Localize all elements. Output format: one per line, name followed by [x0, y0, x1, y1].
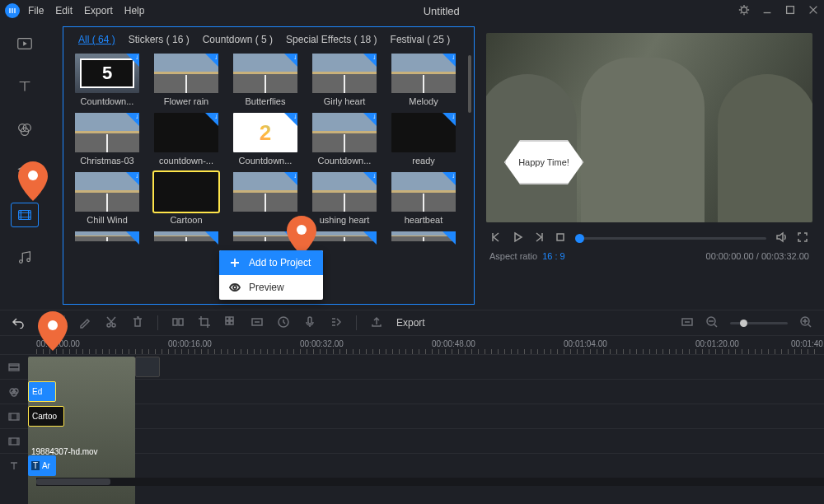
prev-frame-icon[interactable] [489, 231, 503, 246]
svg-point-11 [112, 324, 115, 327]
element-track[interactable]: Cartoo [0, 404, 824, 428]
next-frame-icon[interactable] [532, 231, 545, 246]
gallery-item[interactable]: 2↓Countdown... [233, 113, 297, 166]
ruler-mark: 00:00:32.00 [300, 339, 344, 348]
maximize-icon[interactable] [784, 4, 796, 18]
gallery-item[interactable]: ↓Christmas-03 [75, 113, 139, 166]
fit-icon[interactable] [681, 315, 694, 331]
minimize-icon[interactable] [761, 4, 773, 18]
close-icon[interactable] [808, 4, 819, 18]
gallery-item[interactable]: ↓ushing heart [312, 172, 377, 225]
duration-icon[interactable] [277, 315, 290, 331]
filter-clip[interactable]: Ed [28, 381, 56, 402]
split-icon[interactable] [171, 315, 185, 331]
gallery-item[interactable]: ↓Melody [391, 54, 456, 106]
gallery-tabs: All ( 64 ) Stickers ( 16 ) Countdown ( 5… [63, 34, 474, 54]
time-ruler[interactable]: 00:00:00.0000:00:16.0000:00:32.0000:00:4… [0, 336, 824, 354]
play-icon[interactable] [511, 231, 524, 246]
fullscreen-icon[interactable] [796, 231, 809, 246]
menu-edit[interactable]: Edit [55, 5, 73, 16]
redo-icon[interactable] [38, 315, 51, 331]
gallery-item-label: heartbeat [391, 215, 456, 225]
element-clip[interactable]: Cartoo [28, 406, 64, 427]
text-track-icon [0, 460, 28, 473]
text-track[interactable]: T Ar [0, 453, 824, 478]
ruler-mark: 00:00:16.00 [168, 339, 212, 348]
gallery-item[interactable]: ↓Chill Wind [75, 172, 139, 225]
gallery-item-label: Christmas-03 [75, 156, 139, 166]
ctx-preview[interactable]: Preview [219, 275, 323, 300]
element-track-2-icon [0, 435, 28, 448]
tab-special[interactable]: Special Effects ( 18 ) [286, 34, 377, 45]
undo-icon[interactable] [12, 315, 25, 331]
delete-icon[interactable] [131, 315, 144, 331]
filter-track-icon [0, 385, 28, 399]
zoom-in-icon[interactable] [799, 315, 812, 331]
video-track-icon [0, 361, 28, 374]
gallery-item[interactable]: ↓Countdown... [312, 113, 377, 166]
volume-icon[interactable] [775, 231, 788, 246]
gallery-item[interactable]: Cartoon [154, 172, 218, 225]
preview-panel: Happy Time! Aspect ratio 16 : 9 00:00:00… [475, 21, 824, 305]
export-icon[interactable] [370, 315, 383, 331]
mosaic-icon[interactable] [224, 315, 237, 331]
video-track[interactable]: 19884307-hd.mov [0, 354, 824, 379]
gallery-item[interactable]: ↓heartbeat [391, 172, 456, 225]
filter-track[interactable]: Ed [0, 379, 824, 404]
gallery-item[interactable]: ↓ready [391, 113, 456, 166]
menu-file[interactable]: File [28, 5, 44, 16]
preview-video[interactable]: Happy Time! [486, 33, 812, 222]
gallery-item[interactable]: ↓countdown-... [154, 113, 218, 166]
rail-media[interactable] [11, 31, 39, 56]
timeline: 00:00:00.0000:00:16.0000:00:32.0000:00:4… [0, 336, 824, 486]
rail-filters[interactable] [11, 117, 39, 142]
zoom-slider[interactable] [730, 322, 788, 324]
gallery-item[interactable]: ↓ [233, 172, 297, 225]
tab-countdown[interactable]: Countdown ( 5 ) [203, 34, 273, 45]
svg-point-8 [27, 259, 30, 262]
gallery-item-label: Flower rain [154, 96, 218, 106]
timeline-toolbar: Export [0, 310, 824, 336]
tab-all[interactable]: All ( 64 ) [78, 34, 115, 45]
crop-icon[interactable] [198, 315, 211, 331]
ruler-mark: 00:00:48.00 [432, 339, 475, 348]
speed-icon[interactable] [330, 315, 343, 331]
rail-overlays[interactable] [11, 160, 39, 184]
rail-text[interactable] [11, 74, 39, 99]
left-rail [0, 21, 49, 305]
tab-festival[interactable]: Festival ( 25 ) [391, 34, 451, 45]
settings-icon[interactable] [738, 4, 750, 18]
gallery-item[interactable]: ↓Butterflies [233, 54, 297, 106]
voiceover-icon[interactable] [303, 315, 316, 331]
gallery-item[interactable]: ↓Girly heart [312, 54, 377, 106]
cut-icon[interactable] [105, 315, 118, 331]
app-logo [5, 3, 20, 18]
overlay-hex-label: Happy Time! [504, 140, 583, 184]
text-clip[interactable]: T Ar [28, 455, 56, 476]
zoom-out-icon[interactable] [705, 315, 719, 331]
zoompan-icon[interactable] [250, 315, 264, 331]
seek-bar[interactable] [575, 237, 766, 240]
gallery-item[interactable]: ↓Flower rain [154, 54, 218, 106]
rail-audio[interactable] [11, 245, 39, 270]
menu-bar: File Edit Export Help [28, 5, 144, 16]
svg-rect-15 [230, 317, 233, 320]
video-clip-b[interactable] [135, 357, 160, 377]
edit-icon[interactable] [78, 315, 91, 331]
stop-icon[interactable] [554, 231, 567, 246]
gallery-item-label: ready [391, 156, 456, 166]
gallery-item-label: ushing heart [312, 215, 377, 225]
tab-stickers[interactable]: Stickers ( 16 ) [129, 34, 190, 45]
menu-export[interactable]: Export [84, 5, 113, 16]
rail-elements[interactable] [11, 203, 39, 227]
gallery-context-menu: Add to Project Preview [219, 250, 323, 300]
aspect-ratio[interactable]: Aspect ratio 16 : 9 [489, 251, 565, 261]
export-button[interactable]: Export [396, 317, 425, 329]
element-track-2[interactable] [0, 428, 824, 453]
menu-help[interactable]: Help [124, 5, 145, 16]
ctx-add-to-project[interactable]: Add to Project [219, 250, 323, 275]
gallery-item[interactable]: 5↓Countdown... [75, 54, 139, 106]
svg-rect-16 [226, 321, 229, 324]
svg-rect-20 [308, 317, 311, 324]
timeline-scrollbar[interactable] [36, 478, 824, 486]
